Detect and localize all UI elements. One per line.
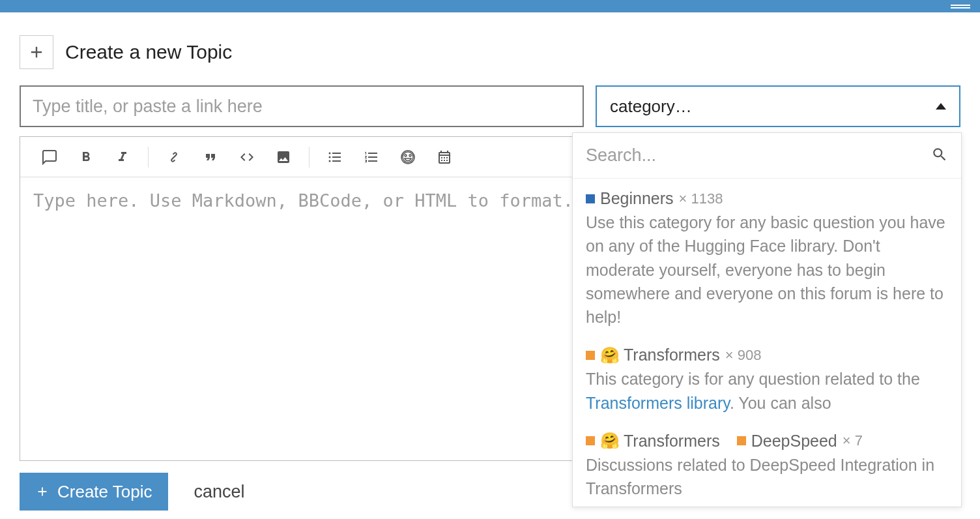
category-description: This category is for any question relate… bbox=[586, 367, 948, 415]
composer-header: Create a new Topic bbox=[20, 35, 960, 69]
category-list[interactable]: Beginners × 1138 Use this category for a… bbox=[573, 179, 961, 507]
composer-title: Create a new Topic bbox=[65, 41, 232, 63]
bullet-list-icon[interactable] bbox=[317, 143, 353, 171]
italic-icon[interactable] bbox=[105, 143, 140, 171]
category-select-label: category… bbox=[610, 96, 692, 117]
plus-icon bbox=[27, 43, 46, 61]
reply-icon[interactable] bbox=[32, 143, 67, 171]
category-name: Transformers bbox=[624, 346, 720, 364]
category-color-badge bbox=[586, 436, 595, 445]
category-select[interactable]: category… bbox=[596, 85, 960, 127]
category-count: × 908 bbox=[725, 347, 762, 364]
code-icon[interactable] bbox=[229, 143, 265, 171]
create-topic-button[interactable]: Create Topic bbox=[20, 473, 168, 511]
category-item-deepspeed[interactable]: 🤗 Transformers DeepSpeed × 7 Discussions… bbox=[573, 421, 961, 507]
create-topic-label: Create Topic bbox=[57, 482, 152, 502]
quote-icon[interactable] bbox=[193, 143, 228, 171]
toolbar-separator bbox=[309, 147, 310, 168]
grip-icon[interactable] bbox=[951, 5, 970, 8]
emoji-icon[interactable] bbox=[390, 143, 425, 171]
category-item-beginners[interactable]: Beginners × 1138 Use this category for a… bbox=[573, 179, 961, 335]
new-topic-icon-box bbox=[20, 35, 53, 69]
calendar-icon[interactable] bbox=[427, 143, 462, 171]
topic-title-input[interactable] bbox=[20, 85, 584, 127]
hugging-face-emoji: 🤗 bbox=[600, 432, 620, 450]
toolbar-separator bbox=[148, 147, 149, 168]
category-description: Use this category for any basic question… bbox=[586, 211, 948, 329]
category-search-row bbox=[573, 133, 961, 179]
category-item-transformers[interactable]: 🤗 Transformers × 908 This category is fo… bbox=[573, 335, 961, 421]
search-icon bbox=[931, 146, 948, 166]
category-count: × 7 bbox=[843, 432, 863, 449]
category-name: Beginners bbox=[600, 189, 674, 208]
caret-up-icon bbox=[936, 103, 946, 110]
bold-icon[interactable] bbox=[68, 143, 104, 171]
subcategory-name: DeepSpeed bbox=[751, 432, 837, 451]
number-list-icon[interactable] bbox=[354, 143, 389, 171]
transformers-library-link[interactable]: Transformers library bbox=[586, 394, 730, 412]
category-search-input[interactable] bbox=[586, 145, 931, 166]
category-description: Discussions related to DeepSpeed Integra… bbox=[586, 453, 948, 501]
title-row: category… bbox=[20, 85, 960, 127]
plus-icon bbox=[35, 484, 50, 499]
category-color-badge bbox=[586, 351, 595, 360]
subcategory-color-badge bbox=[737, 436, 746, 445]
composer-top-bar bbox=[0, 0, 980, 12]
category-color-badge bbox=[586, 194, 595, 203]
image-icon[interactable] bbox=[266, 143, 301, 171]
link-icon[interactable] bbox=[156, 143, 192, 171]
category-dropdown: Beginners × 1138 Use this category for a… bbox=[572, 132, 962, 507]
category-count: × 1138 bbox=[679, 190, 723, 207]
category-name: Transformers bbox=[624, 432, 720, 451]
cancel-link[interactable]: cancel bbox=[194, 482, 245, 502]
hugging-face-emoji: 🤗 bbox=[600, 346, 620, 364]
